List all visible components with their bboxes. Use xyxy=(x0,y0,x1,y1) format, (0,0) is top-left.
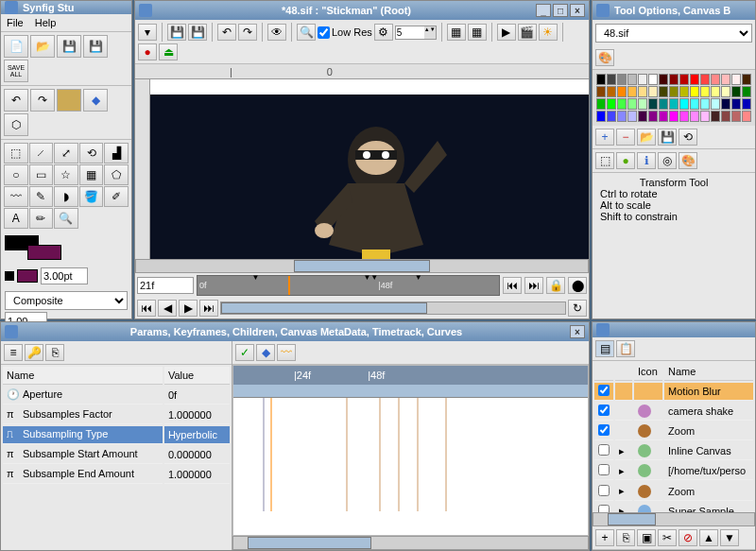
save-button[interactable]: 💾 xyxy=(57,35,81,58)
palette-cell[interactable] xyxy=(607,86,616,97)
palette-cell[interactable] xyxy=(690,98,699,110)
palette-save[interactable]: 💾 xyxy=(658,129,677,146)
keyframes-tab-icon[interactable]: 🔑 xyxy=(25,344,43,361)
palette-cell[interactable] xyxy=(627,86,637,97)
palette-cell[interactable] xyxy=(627,111,637,122)
text-tool[interactable]: A xyxy=(4,208,28,229)
palette-cell[interactable] xyxy=(700,86,710,97)
play-scroll[interactable] xyxy=(220,301,566,315)
layer-row[interactable]: Motion Blur xyxy=(594,383,753,401)
layer-del[interactable]: ⊘ xyxy=(679,529,697,546)
tb-save[interactable]: 💾 xyxy=(167,24,186,41)
palette-cell[interactable] xyxy=(690,111,699,122)
param-row[interactable]: 🕐Aperture0f xyxy=(3,387,230,405)
tt-tab3[interactable]: 〰 xyxy=(277,344,296,361)
palette-cell[interactable] xyxy=(617,74,627,85)
palette-cell[interactable] xyxy=(659,74,668,85)
palette-cell[interactable] xyxy=(711,98,720,110)
grid-show-btn[interactable]: ▦ xyxy=(447,24,466,41)
children-tab-icon[interactable]: ⎘ xyxy=(45,344,64,361)
fill-color[interactable] xyxy=(27,245,61,260)
palette-cell[interactable] xyxy=(648,86,658,97)
tool-options-titlebar[interactable]: Tool Options, Canvas B xyxy=(593,1,755,20)
palette-cell[interactable] xyxy=(607,74,616,85)
transform-tool[interactable]: ⬚ xyxy=(4,143,28,164)
palette-cell[interactable] xyxy=(690,86,699,97)
seek-prev[interactable]: ⏮ xyxy=(503,277,522,294)
minimize-button[interactable]: _ xyxy=(536,4,551,17)
undo-button[interactable]: ↶ xyxy=(4,89,28,112)
play-back[interactable]: ◀ xyxy=(158,300,177,317)
seek-next[interactable]: ⏭ xyxy=(524,277,543,294)
menu-help[interactable]: Help xyxy=(35,17,57,28)
nav-tab[interactable]: ● xyxy=(616,152,635,169)
layer-up[interactable]: ▲ xyxy=(699,529,718,546)
palette-cell[interactable] xyxy=(596,111,606,122)
palette-cell[interactable] xyxy=(711,86,720,97)
draw-tool[interactable]: ✎ xyxy=(29,186,54,207)
layer-cut[interactable]: ✂ xyxy=(658,529,677,546)
palette-cell[interactable] xyxy=(659,98,668,110)
bounds-icon[interactable]: ⬤ xyxy=(568,277,587,294)
palette-cell[interactable] xyxy=(721,98,730,110)
misc-btn[interactable]: ⬡ xyxy=(4,113,28,136)
tb-saveas[interactable]: 💾 xyxy=(188,24,207,41)
canvas-select[interactable]: 48.sif xyxy=(595,24,752,43)
palette-cell[interactable] xyxy=(659,86,668,97)
lock-icon[interactable]: 🔒 xyxy=(546,277,565,294)
mirror-tool[interactable]: ▟ xyxy=(104,143,129,164)
palette-cell[interactable] xyxy=(648,98,658,110)
palette-cell[interactable] xyxy=(679,74,689,85)
palette-cell[interactable] xyxy=(731,74,741,85)
gradient-tool[interactable]: ▦ xyxy=(79,164,104,185)
palette-cell[interactable] xyxy=(700,98,710,110)
time-cursor[interactable] xyxy=(288,276,290,295)
palette-cell[interactable] xyxy=(659,111,668,122)
palette-cell[interactable] xyxy=(596,86,606,97)
params-table[interactable]: NameValue 🕐Aperture0fπSubsamples Factor1… xyxy=(1,365,232,486)
time-input[interactable] xyxy=(137,277,194,294)
nav2-tab[interactable]: ◎ xyxy=(658,152,677,169)
maximize-button[interactable]: □ xyxy=(553,4,568,17)
palette-cell[interactable] xyxy=(596,74,606,85)
palette-cell[interactable] xyxy=(648,74,658,85)
layer-visible-checkbox[interactable] xyxy=(598,385,610,396)
star-tool[interactable]: ☆ xyxy=(54,164,78,185)
open-button[interactable]: 📂 xyxy=(30,35,55,58)
palette-open[interactable]: 📂 xyxy=(637,129,656,146)
sketch-tool[interactable]: ✏ xyxy=(29,208,54,229)
tt-scroll[interactable] xyxy=(232,536,589,550)
palette-cell[interactable] xyxy=(638,111,647,122)
param-row[interactable]: πSubsamples Factor1.000000 xyxy=(3,406,230,424)
palette-cell[interactable] xyxy=(669,86,679,97)
menu-caret-icon[interactable]: ▾ xyxy=(138,24,157,41)
stroke-outline-swatch[interactable] xyxy=(5,271,14,281)
zoom-tool[interactable]: 🔍 xyxy=(54,208,78,229)
seek-end[interactable]: ⏭ xyxy=(199,300,218,317)
tb-undo[interactable]: ↶ xyxy=(217,24,236,41)
layer-row[interactable]: ▸Zoom xyxy=(594,482,753,500)
params-tab-icon[interactable]: ≡ xyxy=(4,344,23,361)
palette-default[interactable]: ⟲ xyxy=(679,129,697,146)
smooth-tool[interactable]: ⟋ xyxy=(29,143,54,164)
layer-add[interactable]: + xyxy=(595,529,614,546)
palette-cell[interactable] xyxy=(638,98,647,110)
layers-scroll[interactable] xyxy=(593,512,755,526)
sun-icon[interactable]: ☀ xyxy=(539,24,558,41)
scale-tool[interactable]: ⤢ xyxy=(54,143,78,164)
close-button[interactable]: × xyxy=(570,4,585,17)
tb-redo[interactable]: ↷ xyxy=(238,24,257,41)
palette-cell[interactable] xyxy=(731,86,741,97)
layer-visible-checkbox[interactable] xyxy=(598,444,610,456)
grid-snap-btn[interactable]: ▦ xyxy=(468,24,487,41)
transform-tab[interactable]: ⬚ xyxy=(595,152,614,169)
stroke-width-input[interactable] xyxy=(41,267,88,284)
palette-cell[interactable] xyxy=(638,86,647,97)
timetrack[interactable]: |24f |48f xyxy=(232,365,589,536)
layer-visible-checkbox[interactable] xyxy=(598,505,610,512)
param-row[interactable]: πSubsample Start Amount0.000000 xyxy=(3,446,230,464)
color-tab[interactable]: 🎨 xyxy=(679,152,697,169)
palette-cell[interactable] xyxy=(669,98,679,110)
layer-row[interactable]: Zoom xyxy=(594,422,753,440)
palette-cell[interactable] xyxy=(711,111,720,122)
